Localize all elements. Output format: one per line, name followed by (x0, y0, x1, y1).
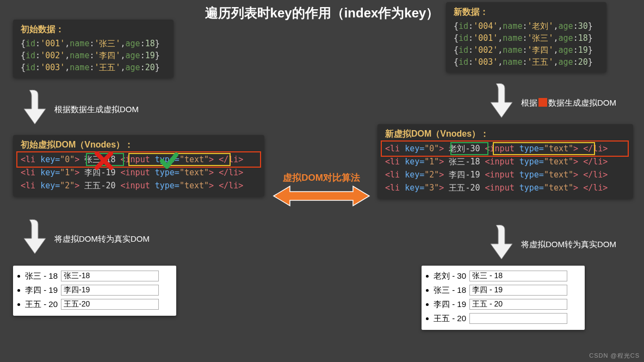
list-item-label: 张三 - 18 (434, 283, 466, 297)
red-square-icon (538, 98, 547, 107)
left-vdom-panel: 初始虚拟DOM（Vnodes）： <li key="0"> 张三-18 <inp… (13, 135, 264, 197)
list-item: 张三 - 18 (434, 283, 579, 297)
left-vdom-title: 初始虚拟DOM（Vnodes）： (21, 139, 257, 151)
list-item-label: 张三 - 18 (25, 269, 58, 283)
vdom-row: <li key="0"> 张三-18 <input type="text"> <… (21, 153, 257, 166)
list-item-input[interactable] (469, 285, 567, 296)
left-data-panel: 初始数据： {id:'001',name:'张三',age:18}{id:'00… (13, 20, 174, 78)
list-item: 王五 - 20 (434, 311, 579, 326)
double-arrow: 虚拟DOM对比算法 (273, 171, 370, 209)
left-arrow2-label: 将虚拟DOM转为真实DOM (54, 234, 150, 244)
arrow-down-icon (488, 223, 515, 261)
right-vdom-title: 新虚拟DOM（Vnodes）： (385, 128, 626, 140)
vdom-row: <li key="1"> 李四-19 <input type="text"> <… (21, 166, 257, 179)
compare-label: 虚拟DOM对比算法 (273, 171, 370, 184)
data-row: {id:'001',name:'张三',age:18} (454, 32, 599, 44)
list-item-label: 王五 - 20 (25, 297, 58, 311)
double-arrow-icon (273, 185, 370, 207)
left-real-list: 张三 - 18李四 - 19王五 - 20 (13, 266, 176, 316)
vdom-row: <li key="2"> 李四-19 <input type="text"> <… (385, 168, 626, 181)
check-icon (160, 151, 178, 170)
arrow-down-icon (488, 82, 515, 120)
vdom-row: <li key="3"> 王五-20 <input type="text"> <… (385, 181, 626, 194)
data-row: {id:'001',name:'张三',age:18} (21, 38, 166, 50)
right-data-title: 新数据： (454, 7, 599, 18)
list-item: 老刘 - 30 (434, 269, 579, 283)
list-item: 张三 - 18 (25, 269, 171, 283)
right-data-panel: 新数据： {id:'004',name:'老刘',age:30}{id:'001… (446, 2, 606, 72)
page-title: 遍历列表时key的作用（index作为key） (205, 4, 439, 22)
vdom-row: <li key="1"> 张三-18 <input type="text"> <… (385, 155, 626, 168)
list-item-label: 李四 - 19 (434, 297, 466, 311)
left-arrow1-label: 根据数据生成虚拟DOM (54, 105, 139, 115)
watermark: CSDN @程光CS (589, 352, 640, 360)
right-arrow1-pre: 根据 (521, 98, 537, 107)
list-item-input[interactable] (469, 313, 567, 324)
list-item-input[interactable] (469, 271, 567, 281)
data-row: {id:'003',name:'王五',age:20} (454, 56, 599, 68)
list-item-label: 王五 - 20 (434, 311, 466, 326)
cross-icon (95, 151, 113, 170)
list-item-input[interactable] (61, 271, 159, 281)
right-arrow2-label: 将虚拟DOM转为真实DOM (521, 240, 616, 250)
arrow-down-icon (22, 88, 48, 126)
arrow-down-icon (22, 218, 48, 256)
list-item-input[interactable] (469, 299, 567, 310)
list-item: 李四 - 19 (434, 297, 579, 311)
list-item-label: 老刘 - 30 (434, 269, 466, 283)
data-row: {id:'003',name:'王五',age:20} (21, 62, 166, 73)
list-item-input[interactable] (61, 285, 159, 296)
right-real-list: 老刘 - 30张三 - 18李四 - 19王五 - 20 (422, 266, 585, 330)
list-item: 李四 - 19 (25, 283, 171, 297)
right-arrow1-post: 数据生成虚拟DOM (548, 98, 616, 107)
list-item-input[interactable] (61, 299, 159, 310)
data-row: {id:'004',name:'老刘',age:30} (454, 20, 599, 32)
vdom-row: <li key="0"> 老刘-30 <input type="text"> <… (385, 142, 626, 155)
data-row: {id:'002',name:'李四',age:19} (21, 50, 166, 62)
left-data-title: 初始数据： (21, 24, 166, 35)
vdom-row: <li key="2"> 王五-20 <input type="text"> <… (21, 179, 257, 192)
right-vdom-panel: 新虚拟DOM（Vnodes）： <li key="0"> 老刘-30 <inpu… (377, 124, 633, 199)
list-item: 王五 - 20 (25, 297, 171, 311)
list-item-label: 李四 - 19 (25, 283, 58, 297)
right-arrow1-label: 根据数据生成虚拟DOM (521, 98, 616, 108)
data-row: {id:'002',name:'李四',age:19} (454, 44, 599, 56)
